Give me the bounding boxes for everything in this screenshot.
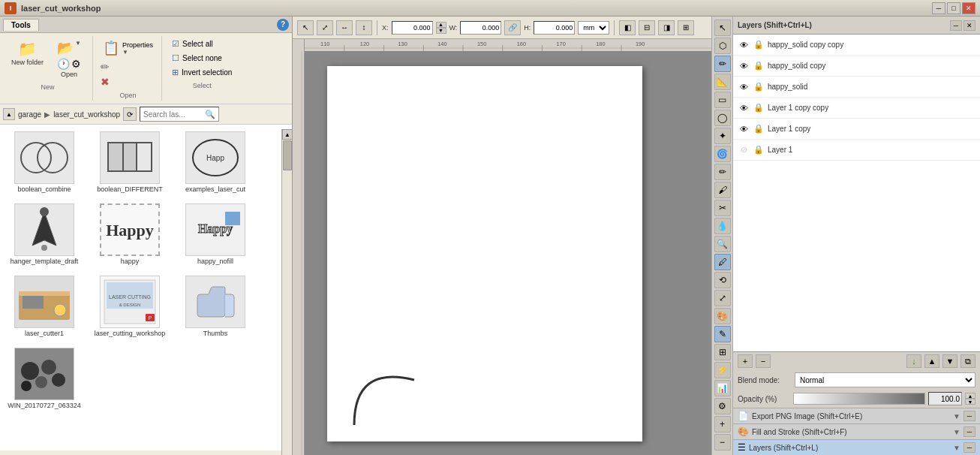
align-left-btn[interactable]: ◧ xyxy=(619,20,636,35)
palette-tool-3[interactable]: ✏ xyxy=(714,56,731,72)
palette-tool-8[interactable]: 🌀 xyxy=(714,146,731,162)
list-item[interactable]: LASER CUTTING & DESIGN P laser_cutting_w… xyxy=(89,272,171,341)
select-none-button[interactable]: ☐ Select none xyxy=(168,52,236,65)
layer-eye-2[interactable]: 👁 xyxy=(738,60,750,72)
layer-move-to-btn[interactable]: ↓ xyxy=(906,354,921,368)
list-item[interactable]: Happy happy xyxy=(89,200,171,269)
opacity-spinner[interactable]: ▲ ▼ xyxy=(965,393,975,405)
palette-tool-4[interactable]: 📐 xyxy=(714,74,731,90)
palette-tool-10[interactable]: 🖌 xyxy=(714,182,731,198)
close-btn[interactable]: ✕ xyxy=(962,2,975,14)
palette-tool-23[interactable]: + xyxy=(714,416,731,432)
palette-tool-21[interactable]: 📊 xyxy=(714,380,731,396)
delete-button[interactable]: ✖ xyxy=(99,75,157,89)
flip-h-btn[interactable]: ↔ xyxy=(336,20,353,35)
palette-tool-6[interactable]: ◯ xyxy=(714,110,731,126)
list-item[interactable]: laser_cutter1 xyxy=(3,272,86,341)
fill-stroke-minimize-btn[interactable]: ─ xyxy=(963,426,975,437)
rename-button[interactable]: ✏ xyxy=(99,60,157,74)
layer-down-btn[interactable]: ▼ xyxy=(942,354,957,368)
layer-eye-5[interactable]: 👁 xyxy=(738,123,750,135)
palette-tool-11[interactable]: ✂ xyxy=(714,200,731,216)
refresh-button[interactable]: ⟳ xyxy=(123,107,137,121)
properties-button[interactable]: 📋 Properties ▼ xyxy=(99,38,157,59)
opacity-down[interactable]: ▼ xyxy=(965,399,975,405)
palette-tool-16[interactable]: ⤢ xyxy=(714,290,731,306)
layer-eye-4[interactable]: 👁 xyxy=(738,102,750,114)
scroll-thumb[interactable] xyxy=(283,140,292,170)
panel-close-btn[interactable]: ✕ xyxy=(963,20,975,31)
scroll-up-arrow[interactable]: ▲ xyxy=(282,129,293,140)
open-button[interactable]: 📂 ▼ 🕐 ⚙ Open xyxy=(50,38,88,80)
palette-tool-15[interactable]: ⟲ xyxy=(714,272,731,288)
list-item[interactable]: Thumbs xyxy=(174,272,257,341)
x-down[interactable]: ▼ xyxy=(436,28,446,34)
export-minimize-btn[interactable]: ─ xyxy=(963,411,975,421)
layer-up-btn[interactable]: ▲ xyxy=(924,354,939,368)
layer-row-6[interactable]: ⊘ 🔒 Layer 1 xyxy=(733,140,980,161)
palette-tool-13[interactable]: 🔍 xyxy=(714,236,731,252)
list-item[interactable]: boolean_combine xyxy=(3,128,86,197)
select-all-button[interactable]: ☑ Select all xyxy=(168,38,236,50)
maximize-btn[interactable]: □ xyxy=(947,2,960,14)
add-layer-btn[interactable]: + xyxy=(738,354,753,368)
layer-lock-3[interactable]: 🔒 xyxy=(753,81,765,93)
list-item[interactable]: Happy happy_nofill xyxy=(174,200,257,269)
layer-row-3[interactable]: 👁 🔒 happy_solid xyxy=(733,77,980,98)
layer-row-2[interactable]: 👁 🔒 happy_solid copy xyxy=(733,56,980,77)
layers-section[interactable]: ☰ Layers (Shift+Ctrl+L) ▼ ─ xyxy=(733,439,980,455)
panel-minimize-btn[interactable]: ─ xyxy=(950,20,962,31)
search-icon[interactable]: 🔍 xyxy=(205,110,215,119)
layer-lock-6[interactable]: 🔒 xyxy=(753,144,765,156)
breadcrumb-folder[interactable]: laser_cut_workshop xyxy=(53,110,120,119)
blend-mode-select[interactable]: Normal xyxy=(795,372,975,387)
palette-tool-18[interactable]: ✎ xyxy=(714,326,731,342)
align-grid-btn[interactable]: ⊞ xyxy=(678,20,694,35)
palette-tool-9[interactable]: ✏ xyxy=(714,164,731,180)
palette-tool-20[interactable]: ⚡ xyxy=(714,362,731,378)
palette-tool-5[interactable]: ▭ xyxy=(714,92,731,108)
nav-up-button[interactable]: ▲ xyxy=(3,108,15,120)
align-center-btn[interactable]: ⊟ xyxy=(639,20,655,35)
palette-tool-19[interactable]: ⊞ xyxy=(714,344,731,360)
search-input[interactable] xyxy=(143,110,203,119)
opacity-input[interactable] xyxy=(928,392,962,405)
layer-lock-4[interactable]: 🔒 xyxy=(753,102,765,114)
layer-lock-2[interactable]: 🔒 xyxy=(753,60,765,72)
layer-row-1[interactable]: 👁 🔒 happy_solid copy copy xyxy=(733,35,980,56)
layer-lock-5[interactable]: 🔒 xyxy=(753,123,765,135)
palette-tool-14[interactable]: 🖊 xyxy=(714,254,731,270)
breadcrumb-root[interactable]: garage xyxy=(18,110,41,119)
opacity-up[interactable]: ▲ xyxy=(965,393,975,399)
minimize-btn[interactable]: ─ xyxy=(932,2,945,14)
list-item[interactable]: Happ examples_laser_cut xyxy=(174,128,257,197)
invert-selection-button[interactable]: ⊞ Invert selection xyxy=(168,66,236,79)
remove-layer-btn[interactable]: − xyxy=(756,354,771,368)
list-item[interactable]: hanger_template_draft xyxy=(3,200,86,269)
new-folder-button[interactable]: 📁 New folder xyxy=(8,38,47,80)
layer-row-4[interactable]: 👁 🔒 Layer 1 copy copy xyxy=(733,98,980,119)
fill-stroke-section[interactable]: 🎨 Fill and Stroke (Shift+Ctrl+F) ▼ ─ xyxy=(733,423,980,439)
lock-btn[interactable]: 🔗 xyxy=(504,20,521,35)
opacity-bar[interactable] xyxy=(793,393,925,405)
palette-tool-12[interactable]: 💧 xyxy=(714,218,731,234)
palette-tool-2[interactable]: ⬡ xyxy=(714,38,731,54)
palette-tool-1[interactable]: ↖ xyxy=(714,20,731,36)
x-input[interactable] xyxy=(392,21,433,35)
layers-minimize-btn[interactable]: ─ xyxy=(963,442,975,453)
flip-v-btn[interactable]: ↕ xyxy=(356,20,372,35)
layer-eye-1[interactable]: 👁 xyxy=(738,39,750,51)
h-input[interactable] xyxy=(534,21,575,35)
help-btn[interactable]: ? xyxy=(277,19,289,31)
list-item[interactable]: WIN_20170727_063324 xyxy=(3,344,86,413)
file-scrollbar[interactable]: ▲ ▼ xyxy=(281,129,292,455)
layer-dup-btn[interactable]: ⧉ xyxy=(960,354,975,368)
w-input[interactable] xyxy=(460,21,501,35)
layer-row-5[interactable]: 👁 🔒 Layer 1 copy xyxy=(733,119,980,140)
palette-tool-24[interactable]: − xyxy=(714,434,731,450)
layer-eye-3[interactable]: 👁 xyxy=(738,81,750,93)
select-tool-btn[interactable]: ↖ xyxy=(297,20,314,35)
layer-eye-6[interactable]: ⊘ xyxy=(738,144,750,156)
unit-select[interactable]: mm xyxy=(578,21,609,35)
x-up[interactable]: ▲ xyxy=(436,22,446,28)
